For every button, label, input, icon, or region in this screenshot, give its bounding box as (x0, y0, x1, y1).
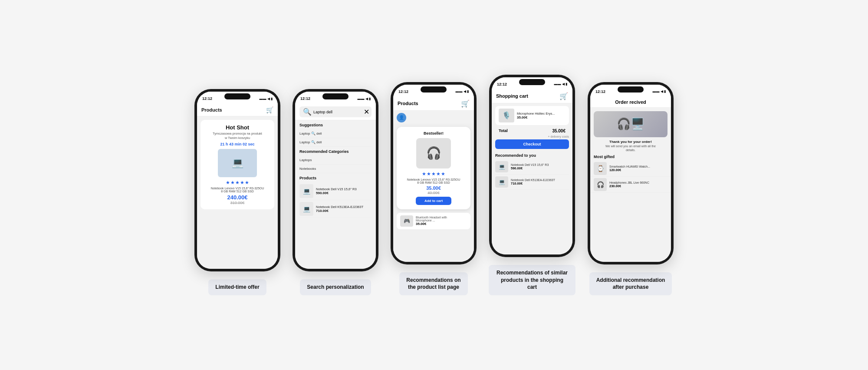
partial-name: Bluetooth Headset withMicrophone ... (416, 216, 447, 222)
rec-title: Recommended to you (495, 153, 569, 158)
order-product-img: 🎧🖥️ (594, 111, 667, 137)
timer: 21 h 43 min 02 sec (205, 142, 270, 146)
rec-cat-heading: Recommended Categories (299, 149, 372, 154)
search-prod-info-1: Notebook Dell V15 15,6" R3 590.00€ (316, 187, 357, 195)
time-1: 12:12 (202, 96, 212, 101)
bestseller-badge: Bestseller! (401, 131, 466, 135)
phone3-content: Products 🛒 👤 Bestseller! 🎧 ★★★★★ Noteboo… (393, 97, 474, 262)
status-icons-4: ▬▬ ◀ ▮ (554, 82, 567, 86)
stars-3: ★★★★★ (401, 171, 466, 177)
gifted-item-1[interactable]: ⌚ Smartwatch HUAWEI Watch... 120.00€ (590, 161, 671, 177)
phone2-wrapper: 12:12 ▬▬ ◀ ▮ 🔍 ✕ Suggestions Laptop 🔍 de… (293, 89, 378, 295)
price-old-1: 310.00€ (205, 201, 270, 205)
user-row: 👤 (393, 111, 474, 123)
total-label: Total (499, 129, 508, 133)
gifted-info-2: Headphones JBL Live 660NC 230.00€ (609, 181, 649, 188)
cart-img-1: 🎙️ (499, 109, 514, 122)
dynamic-island-4 (519, 79, 545, 85)
partial-product-card: 🎮 Bluetooth Headset withMicrophone ... 3… (397, 213, 470, 229)
products-heading: Products (299, 176, 372, 180)
rec-item-1[interactable]: 💻 Notebook Dell V15 15,6" R3 590.00€ (495, 159, 569, 175)
recommended-section: Recommended to you 💻 Notebook Dell V15 1… (492, 152, 572, 192)
search-product-1[interactable]: 💻 Notebook Dell V15 15,6" R3 590.00€ (299, 182, 372, 200)
label-4: Recommendations of similarproducts in th… (489, 265, 575, 295)
search-prod-img-1: 💻 (299, 184, 313, 198)
dynamic-island-2 (322, 93, 349, 99)
hot-shot-card: Hot Shot Tymczasowa promocja na produktw… (201, 120, 274, 209)
clear-icon[interactable]: ✕ (364, 108, 369, 116)
search-input[interactable] (313, 110, 362, 114)
phone2-content: 🔍 ✕ Suggestions Laptop 🔍 dell Laptop 🔍 d… (295, 104, 376, 269)
time-4: 12:12 (497, 82, 507, 86)
search-prod-name-1: Notebook Dell V15 15,6" R3 (316, 187, 357, 191)
cart-icon-1[interactable]: 🛒 (266, 106, 273, 113)
cart-icon-4[interactable]: 🛒 (559, 92, 568, 100)
cart-item-1: 🎙️ Microphone Hiditec Erys... 35.00€ (495, 106, 569, 125)
label-5: Additional recommendationafter purchase (589, 272, 672, 296)
search-prod-info-2: Notebook Dell K513EA-EJ2363T 710.00€ (316, 205, 363, 213)
scene: 12:12 ▬▬ ◀ ▮ Products 🛒 Hot Shot Tymczas… (194, 75, 674, 295)
price-main-1: 240.00€ (205, 194, 270, 201)
order-thanks: Thank you for your order! (594, 140, 667, 144)
category-notebooks[interactable]: Notebooks (299, 165, 372, 173)
price-old-3: 40.00€ (401, 191, 466, 195)
status-icons-5: ▬▬ ◀ ▮ (653, 89, 666, 93)
partial-info: Bluetooth Headset withMicrophone ... 35.… (416, 216, 447, 226)
phone4: 12:12 ▬▬ ◀ ▮ Shopping cart 🛒 🎙️ Micropho… (489, 75, 575, 257)
search-input-row[interactable]: 🔍 ✕ (299, 106, 372, 117)
phone3-wrapper: 12:12 ▬▬ ◀ ▮ Products 🛒 👤 Bestseller! (391, 82, 477, 296)
search-product-2[interactable]: 💻 Notebook Dell K513EA-EJ2363T 710.00€ (299, 200, 372, 218)
gifted-img-1: ⌚ (594, 162, 607, 175)
total-row: Total 35.00€ (495, 127, 569, 135)
total-amount: 35.00€ (552, 129, 566, 133)
rec-price-1: 590.00€ (511, 166, 549, 170)
rec-img-1: 💻 (495, 161, 508, 172)
bestseller-card: Bestseller! 🎧 ★★★★★ Notebook Lenovo V15 … (397, 127, 470, 209)
partial-img: 🎮 (400, 215, 413, 227)
hot-shot-title: Hot Shot (205, 124, 270, 131)
phone5: 12:12 ▬▬ ◀ ▮ Order recived 🎧🖥️ Thank you… (588, 82, 674, 264)
p1-title: Products (201, 107, 222, 112)
product-name-1: Notebook Lenovo V15 15,6" R3-325OU8 GB R… (205, 187, 270, 193)
laptop-img-1: 💻 (218, 149, 257, 177)
most-gifted-title: Most gifted (590, 154, 671, 161)
p1-header: Products 🛒 (197, 104, 278, 116)
rec-name-1: Notebook Dell V15 15,6" R3 (511, 163, 549, 166)
stars-1: ★★★★★ (205, 180, 270, 185)
headphone-img: 🎧 (416, 138, 451, 168)
dynamic-island-3 (421, 86, 447, 92)
p4-header: Shopping cart 🛒 (492, 89, 572, 103)
p5-title: Order recived (615, 99, 646, 105)
time-5: 12:12 (595, 89, 605, 94)
suggestion-2[interactable]: Laptop 🔍 dell (299, 138, 372, 147)
cart-icon-3[interactable]: 🛒 (461, 99, 470, 108)
p3-title: Products (398, 101, 418, 106)
phone4-wrapper: 12:12 ▬▬ ◀ ▮ Shopping cart 🛒 🎙️ Micropho… (489, 75, 575, 295)
cart-item-info-1: Microphone Hiditec Erys... 35.00€ (517, 112, 555, 119)
suggestion-1[interactable]: Laptop 🔍 dell (299, 129, 372, 138)
time-3: 12:12 (398, 89, 408, 94)
search-prod-name-2: Notebook Dell K513EA-EJ2363T (316, 205, 363, 209)
rec-name-2: Notebook Dell K513EA-EJ2363T (511, 178, 555, 182)
gifted-item-2[interactable]: 🎧 Headphones JBL Live 660NC 230.00€ (590, 177, 671, 193)
phone2: 12:12 ▬▬ ◀ ▮ 🔍 ✕ Suggestions Laptop 🔍 de… (293, 89, 378, 271)
checkout-btn[interactable]: Checkout (495, 139, 569, 149)
phone5-content: Order recived 🎧🖥️ Thank you for your ord… (590, 97, 671, 262)
phone1-content: Products 🛒 Hot Shot Tymczasowa promocja … (197, 104, 278, 269)
search-prod-price-2: 710.00€ (316, 209, 363, 213)
rec-price-2: 710.00€ (511, 182, 555, 185)
p5-header: Order recived (590, 97, 671, 108)
phone4-content: Shopping cart 🛒 🎙️ Microphone Hiditec Er… (492, 89, 572, 254)
dynamic-island-1 (224, 93, 250, 99)
rec-item-2[interactable]: 💻 Notebook Dell K513EA-EJ2363T 710.00€ (495, 175, 569, 190)
order-sub: We will send you an email with all thede… (594, 144, 667, 152)
search-bar: 🔍 ✕ (295, 104, 376, 120)
category-laptops[interactable]: Laptops (299, 156, 372, 165)
avatar: 👤 (397, 113, 406, 122)
gifted-img-2: 🎧 (594, 178, 607, 191)
status-icons-3: ▬▬ ◀ ▮ (456, 89, 469, 93)
add-to-cart-btn[interactable]: Add to cart (416, 197, 451, 205)
phone3: 12:12 ▬▬ ◀ ▮ Products 🛒 👤 Bestseller! (391, 82, 477, 264)
phone5-wrapper: 12:12 ▬▬ ◀ ▮ Order recived 🎧🖥️ Thank you… (588, 82, 674, 296)
p3-scrollable: Bestseller! 🎧 ★★★★★ Notebook Lenovo V15 … (393, 123, 474, 262)
